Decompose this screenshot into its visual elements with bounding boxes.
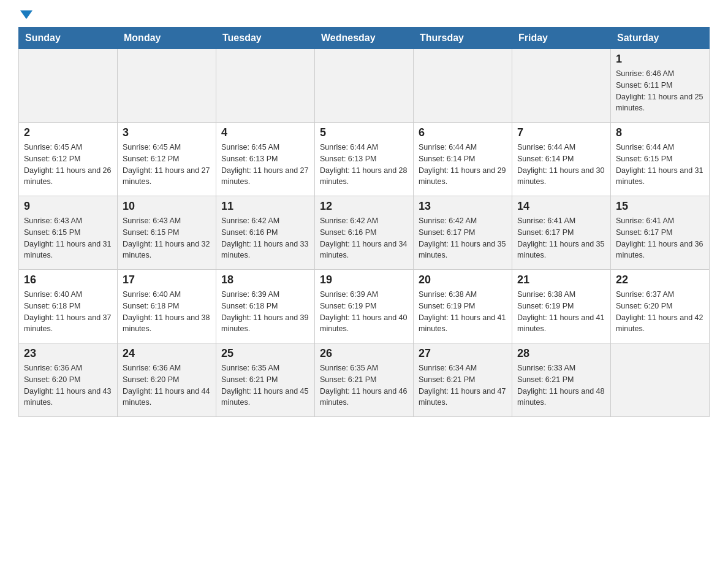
calendar-day-cell xyxy=(611,343,710,417)
day-number: 7 xyxy=(517,126,605,139)
day-info: Sunrise: 6:38 AM Sunset: 6:19 PM Dayligh… xyxy=(419,289,507,335)
day-number: 13 xyxy=(419,200,507,213)
day-info: Sunrise: 6:40 AM Sunset: 6:18 PM Dayligh… xyxy=(123,289,211,335)
day-number: 27 xyxy=(419,347,507,360)
day-info: Sunrise: 6:37 AM Sunset: 6:20 PM Dayligh… xyxy=(616,289,704,335)
day-info: Sunrise: 6:33 AM Sunset: 6:21 PM Dayligh… xyxy=(517,362,605,408)
day-of-week-header: Saturday xyxy=(611,28,710,49)
calendar-day-cell xyxy=(512,49,611,123)
calendar-day-cell: 7Sunrise: 6:44 AM Sunset: 6:14 PM Daylig… xyxy=(512,123,611,196)
calendar-day-cell: 10Sunrise: 6:43 AM Sunset: 6:15 PM Dayli… xyxy=(118,196,216,270)
calendar-week-row: 9Sunrise: 6:43 AM Sunset: 6:15 PM Daylig… xyxy=(19,196,710,270)
calendar-day-cell: 5Sunrise: 6:44 AM Sunset: 6:13 PM Daylig… xyxy=(315,123,414,196)
day-info: Sunrise: 6:35 AM Sunset: 6:21 PM Dayligh… xyxy=(221,362,309,408)
calendar-day-cell: 16Sunrise: 6:40 AM Sunset: 6:18 PM Dayli… xyxy=(19,270,118,343)
day-number: 21 xyxy=(517,274,605,286)
day-info: Sunrise: 6:42 AM Sunset: 6:16 PM Dayligh… xyxy=(221,215,309,261)
calendar-header-row: SundayMondayTuesdayWednesdayThursdayFrid… xyxy=(19,28,710,49)
day-of-week-header: Friday xyxy=(512,28,611,49)
calendar-day-cell: 18Sunrise: 6:39 AM Sunset: 6:18 PM Dayli… xyxy=(216,270,315,343)
day-number: 26 xyxy=(320,347,408,360)
day-info: Sunrise: 6:42 AM Sunset: 6:17 PM Dayligh… xyxy=(419,215,507,261)
day-number: 2 xyxy=(24,126,112,139)
day-info: Sunrise: 6:36 AM Sunset: 6:20 PM Dayligh… xyxy=(123,362,211,408)
day-info: Sunrise: 6:42 AM Sunset: 6:16 PM Dayligh… xyxy=(320,215,408,261)
day-info: Sunrise: 6:40 AM Sunset: 6:18 PM Dayligh… xyxy=(24,289,112,335)
day-info: Sunrise: 6:41 AM Sunset: 6:17 PM Dayligh… xyxy=(517,215,605,261)
day-info: Sunrise: 6:41 AM Sunset: 6:17 PM Dayligh… xyxy=(616,215,704,261)
day-of-week-header: Sunday xyxy=(19,28,118,49)
day-info: Sunrise: 6:35 AM Sunset: 6:21 PM Dayligh… xyxy=(320,362,408,408)
calendar-day-cell: 4Sunrise: 6:45 AM Sunset: 6:13 PM Daylig… xyxy=(216,123,315,196)
calendar-week-row: 23Sunrise: 6:36 AM Sunset: 6:20 PM Dayli… xyxy=(19,343,710,417)
calendar-day-cell: 20Sunrise: 6:38 AM Sunset: 6:19 PM Dayli… xyxy=(414,270,512,343)
day-number: 18 xyxy=(221,274,309,286)
day-number: 25 xyxy=(221,347,309,360)
calendar-day-cell: 23Sunrise: 6:36 AM Sunset: 6:20 PM Dayli… xyxy=(19,343,118,417)
day-info: Sunrise: 6:44 AM Sunset: 6:15 PM Dayligh… xyxy=(616,142,704,188)
day-of-week-header: Wednesday xyxy=(315,28,414,49)
page-header xyxy=(18,12,710,21)
day-info: Sunrise: 6:38 AM Sunset: 6:19 PM Dayligh… xyxy=(517,289,605,335)
calendar-day-cell: 28Sunrise: 6:33 AM Sunset: 6:21 PM Dayli… xyxy=(512,343,611,417)
calendar-day-cell xyxy=(414,49,512,123)
day-number: 1 xyxy=(616,53,704,66)
day-info: Sunrise: 6:46 AM Sunset: 6:11 PM Dayligh… xyxy=(616,68,704,114)
day-number: 16 xyxy=(24,274,112,286)
calendar-day-cell xyxy=(315,49,414,123)
day-info: Sunrise: 6:45 AM Sunset: 6:13 PM Dayligh… xyxy=(221,142,309,188)
day-number: 14 xyxy=(517,200,605,213)
day-number: 3 xyxy=(123,126,211,139)
calendar-day-cell: 6Sunrise: 6:44 AM Sunset: 6:14 PM Daylig… xyxy=(414,123,512,196)
calendar-day-cell: 1Sunrise: 6:46 AM Sunset: 6:11 PM Daylig… xyxy=(611,49,710,123)
calendar-day-cell: 21Sunrise: 6:38 AM Sunset: 6:19 PM Dayli… xyxy=(512,270,611,343)
day-number: 9 xyxy=(24,200,112,213)
calendar-day-cell: 19Sunrise: 6:39 AM Sunset: 6:19 PM Dayli… xyxy=(315,270,414,343)
calendar-day-cell: 11Sunrise: 6:42 AM Sunset: 6:16 PM Dayli… xyxy=(216,196,315,270)
day-number: 19 xyxy=(320,274,408,286)
calendar-day-cell: 22Sunrise: 6:37 AM Sunset: 6:20 PM Dayli… xyxy=(611,270,710,343)
day-of-week-header: Tuesday xyxy=(216,28,315,49)
day-number: 22 xyxy=(616,274,704,286)
day-number: 15 xyxy=(616,200,704,213)
day-number: 17 xyxy=(123,274,211,286)
day-of-week-header: Monday xyxy=(118,28,216,49)
logo-triangle-icon xyxy=(20,10,32,19)
calendar-day-cell: 15Sunrise: 6:41 AM Sunset: 6:17 PM Dayli… xyxy=(611,196,710,270)
calendar-day-cell: 2Sunrise: 6:45 AM Sunset: 6:12 PM Daylig… xyxy=(19,123,118,196)
calendar-day-cell: 27Sunrise: 6:34 AM Sunset: 6:21 PM Dayli… xyxy=(414,343,512,417)
calendar-day-cell xyxy=(19,49,118,123)
day-number: 10 xyxy=(123,200,211,213)
calendar-day-cell: 17Sunrise: 6:40 AM Sunset: 6:18 PM Dayli… xyxy=(118,270,216,343)
day-number: 23 xyxy=(24,347,112,360)
day-info: Sunrise: 6:39 AM Sunset: 6:18 PM Dayligh… xyxy=(221,289,309,335)
day-number: 12 xyxy=(320,200,408,213)
day-of-week-header: Thursday xyxy=(414,28,512,49)
day-info: Sunrise: 6:34 AM Sunset: 6:21 PM Dayligh… xyxy=(419,362,507,408)
calendar-day-cell: 3Sunrise: 6:45 AM Sunset: 6:12 PM Daylig… xyxy=(118,123,216,196)
calendar-week-row: 16Sunrise: 6:40 AM Sunset: 6:18 PM Dayli… xyxy=(19,270,710,343)
calendar-week-row: 2Sunrise: 6:45 AM Sunset: 6:12 PM Daylig… xyxy=(19,123,710,196)
day-info: Sunrise: 6:45 AM Sunset: 6:12 PM Dayligh… xyxy=(24,142,112,188)
day-info: Sunrise: 6:36 AM Sunset: 6:20 PM Dayligh… xyxy=(24,362,112,408)
calendar-week-row: 1Sunrise: 6:46 AM Sunset: 6:11 PM Daylig… xyxy=(19,49,710,123)
day-number: 24 xyxy=(123,347,211,360)
calendar-day-cell: 12Sunrise: 6:42 AM Sunset: 6:16 PM Dayli… xyxy=(315,196,414,270)
day-number: 5 xyxy=(320,126,408,139)
day-info: Sunrise: 6:43 AM Sunset: 6:15 PM Dayligh… xyxy=(123,215,211,261)
day-info: Sunrise: 6:45 AM Sunset: 6:12 PM Dayligh… xyxy=(123,142,211,188)
logo xyxy=(18,12,32,21)
day-number: 28 xyxy=(517,347,605,360)
day-number: 4 xyxy=(221,126,309,139)
calendar-day-cell: 9Sunrise: 6:43 AM Sunset: 6:15 PM Daylig… xyxy=(19,196,118,270)
calendar-day-cell: 13Sunrise: 6:42 AM Sunset: 6:17 PM Dayli… xyxy=(414,196,512,270)
calendar-day-cell: 24Sunrise: 6:36 AM Sunset: 6:20 PM Dayli… xyxy=(118,343,216,417)
day-info: Sunrise: 6:44 AM Sunset: 6:14 PM Dayligh… xyxy=(419,142,507,188)
day-number: 6 xyxy=(419,126,507,139)
calendar-day-cell: 26Sunrise: 6:35 AM Sunset: 6:21 PM Dayli… xyxy=(315,343,414,417)
day-info: Sunrise: 6:39 AM Sunset: 6:19 PM Dayligh… xyxy=(320,289,408,335)
calendar-day-cell: 8Sunrise: 6:44 AM Sunset: 6:15 PM Daylig… xyxy=(611,123,710,196)
day-info: Sunrise: 6:44 AM Sunset: 6:13 PM Dayligh… xyxy=(320,142,408,188)
day-number: 8 xyxy=(616,126,704,139)
calendar-day-cell xyxy=(118,49,216,123)
